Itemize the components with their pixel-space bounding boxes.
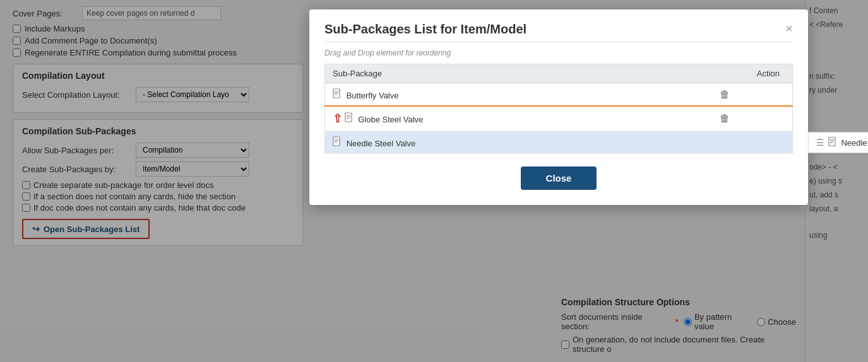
row-globe-cell: ⇧ Globe Steel Valve: [325, 106, 657, 131]
table-row: Needle Steel Valve ☰: [325, 131, 793, 154]
row-needle-name: Needle Steel Valve: [347, 139, 416, 148]
row-butterfly-name: Butterfly Valve: [347, 91, 399, 100]
col-subpackage: Sub-Package: [325, 64, 657, 83]
row-butterfly-cell: Butterfly Valve: [325, 83, 657, 107]
doc-icon-globe: [345, 112, 354, 122]
subpackages-table: Sub-Package Action: [324, 64, 793, 154]
modal-divider: [324, 42, 793, 42]
modal-title: Sub-Packages List for Item/Model: [324, 22, 526, 37]
doc-icon-butterfly: [333, 88, 342, 98]
modal-dialog: Sub-Packages List for Item/Model × Drag …: [309, 9, 808, 205]
drag-tooltip: ☰ Needle Steel Valve: [808, 132, 868, 153]
modal-header: Sub-Packages List for Item/Model ×: [324, 22, 793, 37]
col-action: Action: [657, 64, 792, 83]
drag-tooltip-text: Needle Steel Valve: [841, 137, 868, 147]
drag-hint: Drag and Drop element for reordering: [324, 49, 793, 57]
table-header: Sub-Package Action: [325, 64, 793, 83]
table-row: Butterfly Valve 🗑: [325, 83, 793, 107]
row-needle-cell: Needle Steel Valve: [325, 131, 657, 154]
row-needle-drag: ☰ Needle Steel Valve: [657, 131, 792, 154]
delete-globe-button[interactable]: 🗑: [720, 113, 730, 124]
table-row: ⇧ Globe Steel Valve 🗑: [325, 106, 793, 131]
modal-close-button[interactable]: ×: [785, 22, 793, 35]
close-modal-button[interactable]: Close: [521, 166, 597, 190]
delete-butterfly-button[interactable]: 🗑: [720, 89, 730, 100]
row-globe-name: Globe Steel Valve: [358, 115, 423, 124]
row-globe-action: 🗑: [657, 106, 792, 131]
table-body: Butterfly Valve 🗑 ⇧: [325, 83, 793, 154]
drag-indicator: ⇧: [333, 112, 342, 126]
arrow-up-icon: ⇧: [333, 112, 342, 126]
doc-icon-needle: [333, 136, 342, 146]
row-butterfly-action: 🗑: [657, 83, 792, 107]
drag-icon-doc: [828, 136, 837, 148]
drag-handle-icon: ☰: [816, 137, 824, 148]
